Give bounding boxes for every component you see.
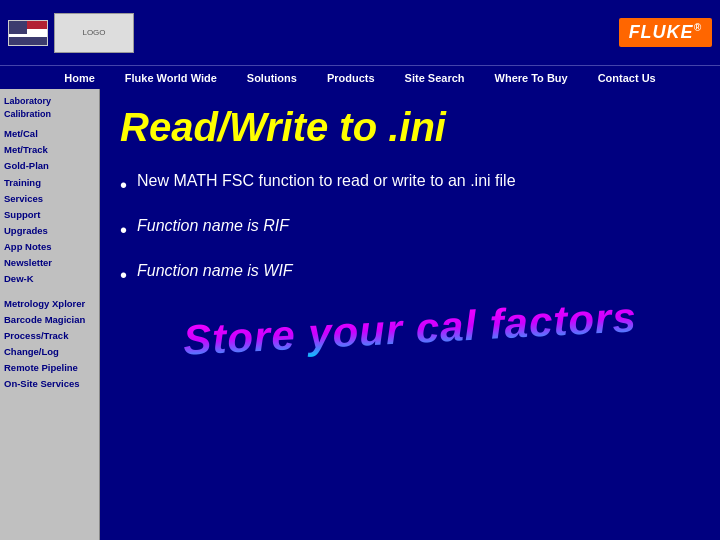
sidebar-item-upgrades[interactable]: Upgrades [4, 223, 95, 239]
sidebar-item-process-track[interactable]: Process/Track [4, 328, 95, 344]
main-container: Laboratory Calibration Met/Cal Met/Track… [0, 89, 720, 540]
sidebar-item-barcode-magician[interactable]: Barcode Magician [4, 312, 95, 328]
sidebar-item-remote-pipeline[interactable]: Remote Pipeline [4, 360, 95, 376]
content-area: Read/Write to .ini • New MATH FSC functi… [100, 89, 720, 540]
bullet-dot-3: • [120, 261, 127, 289]
nav-home[interactable]: Home [64, 72, 95, 84]
sidebar-item-on-site-services[interactable]: On-Site Services [4, 376, 95, 392]
sidebar-item-training[interactable]: Training [4, 175, 95, 191]
sidebar-item-app-notes[interactable]: App Notes [4, 239, 95, 255]
bullet-item-2: • Function name is RIF [120, 215, 700, 244]
nav-fluke-world-wide[interactable]: Fluke World Wide [125, 72, 217, 84]
bullet-dot-1: • [120, 171, 127, 199]
sidebar-item-support[interactable]: Support [4, 207, 95, 223]
sidebar-item-gold-plan[interactable]: Gold-Plan [4, 158, 95, 174]
sidebar-item-metrology-xplorer[interactable]: Metrology Xplorer [4, 296, 95, 312]
page-title: Read/Write to .ini [120, 105, 700, 150]
nav-bar: Home Fluke World Wide Solutions Products… [0, 65, 720, 89]
sidebar-item-services[interactable]: Services [4, 191, 95, 207]
sidebar-item-newsletter[interactable]: Newsletter [4, 255, 95, 271]
bullet-text-3: Function name is WIF [137, 260, 293, 282]
top-bar: LOGO FLUKE® [0, 0, 720, 65]
sidebar-item-dew-k[interactable]: Dew-K [4, 271, 95, 287]
sidebar: Laboratory Calibration Met/Cal Met/Track… [0, 89, 100, 540]
bullet-text-1: New MATH FSC function to read or write t… [137, 170, 516, 192]
sidebar-item-mettrack[interactable]: Met/Track [4, 142, 95, 158]
nav-where-to-buy[interactable]: Where To Buy [495, 72, 568, 84]
bullet-dot-2: • [120, 216, 127, 244]
bullet-item-3: • Function name is WIF [120, 260, 700, 289]
store-text-container: Store your cal factors [120, 305, 700, 353]
bullet-text-2: Function name is RIF [137, 215, 289, 237]
fluke-registered: ® [694, 22, 702, 33]
fluke-logo: FLUKE® [619, 18, 712, 47]
top-bar-left: LOGO [8, 13, 134, 53]
nav-site-search[interactable]: Site Search [405, 72, 465, 84]
sidebar-divider [4, 288, 95, 296]
store-text: Store your cal factors [182, 293, 638, 365]
nav-products[interactable]: Products [327, 72, 375, 84]
bullet-item-1: • New MATH FSC function to read or write… [120, 170, 700, 199]
sidebar-section-title: Laboratory Calibration [4, 95, 95, 120]
nav-contact-us[interactable]: Contact Us [598, 72, 656, 84]
sidebar-item-metcal[interactable]: Met/Cal [4, 126, 95, 142]
flag-icon [8, 20, 48, 46]
nav-solutions[interactable]: Solutions [247, 72, 297, 84]
company-logo: LOGO [54, 13, 134, 53]
sidebar-item-change-log[interactable]: Change/Log [4, 344, 95, 360]
